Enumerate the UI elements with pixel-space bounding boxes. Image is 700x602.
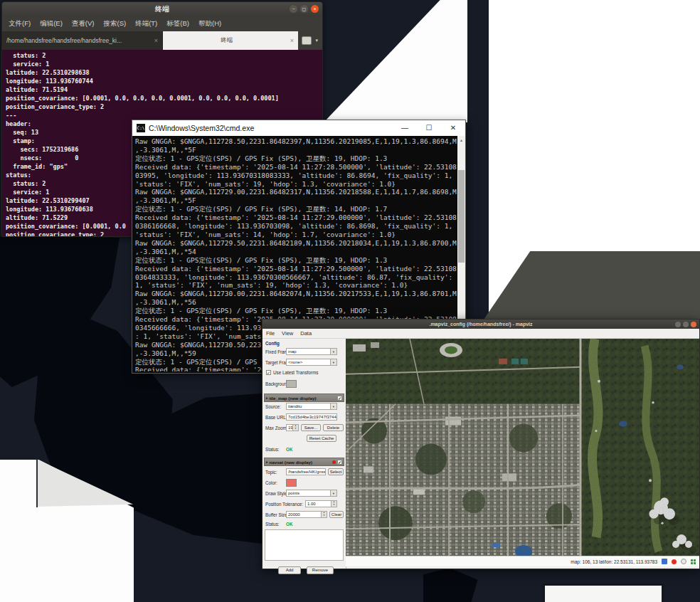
color-swatch[interactable] xyxy=(286,479,297,487)
terminal-menu-item[interactable]: 搜索(S) xyxy=(103,19,126,28)
checkbox-checked-icon[interactable]: ✓ xyxy=(266,370,271,375)
cmd-line: 0364833333, 'longitude': 113.93670300566… xyxy=(135,273,457,282)
terminal-tab-active[interactable]: 终端 × xyxy=(163,31,298,50)
fixed-frame-value: map xyxy=(287,349,330,354)
cmd-line: 定位状态: 1 - GPS定位(SPS) / GPS Fix (SPS), 卫星… xyxy=(135,256,457,265)
satellite-map-view[interactable] xyxy=(346,339,699,556)
topic-value: /handsfree/HK/gnss xyxy=(287,470,325,474)
save-button[interactable]: Save... xyxy=(301,424,321,431)
terminal-title: 终端 xyxy=(155,4,169,14)
cmd-line: 定位状态: 1 - GPS定位(SPS) / GPS Fix (SPS), 卫星… xyxy=(135,307,457,315)
cmd-title: C:\Windows\System32\cmd.exe xyxy=(149,124,393,132)
target-frame-select[interactable]: <none> ▾ xyxy=(286,359,337,366)
terminal-titlebar[interactable]: 终端 − ◻ × xyxy=(2,2,322,16)
chevron-down-icon[interactable]: ▾ xyxy=(315,38,318,43)
terminal-menu-item[interactable]: 标签(B) xyxy=(166,19,189,28)
select-button[interactable]: Select xyxy=(328,468,344,475)
background-color-swatch[interactable] xyxy=(286,380,297,388)
terminal-line: service: 1 xyxy=(6,60,322,68)
close-icon[interactable]: ✕ xyxy=(441,120,465,136)
position-tolerance-value: 1.00 xyxy=(306,502,331,506)
mapviz-menu-item[interactable]: Data xyxy=(300,330,312,337)
spin-down-icon[interactable]: ▾ xyxy=(295,428,297,431)
draw-style-label: Draw Style: xyxy=(265,491,288,496)
cmd-line: Raw GNGGA: $GNGGA,112730.00,2231.8648207… xyxy=(135,290,457,298)
terminal-menu-item[interactable]: 编辑(E) xyxy=(40,19,63,28)
checkbox-checked-icon[interactable]: ✓ xyxy=(337,396,342,401)
cmd-line: Raw GNGGA: $GNGGA,112729.50,2231.8648218… xyxy=(135,239,457,248)
chevron-down-icon[interactable]: ▾ xyxy=(330,349,336,354)
cmd-line: ,-3.3061,M,,*54 xyxy=(135,248,457,256)
terminal-tab-inactive[interactable]: /home/handsfree/handsfree/handsfree_ki..… xyxy=(2,31,163,50)
max-zoom-spinner[interactable]: 19 ▴▾ xyxy=(286,424,299,431)
navsat-section-header[interactable]: ▸ navsat (new display) ✓ xyxy=(264,458,344,466)
terminal-menu-item[interactable]: 查看(V) xyxy=(72,19,95,28)
expander-icon[interactable]: ▸ xyxy=(266,396,268,400)
expander-icon[interactable]: ▸ xyxy=(266,460,268,464)
new-terminal-icon[interactable] xyxy=(302,36,312,45)
base-url-input[interactable]: 7cd15d4be3c19747f3744cfd9cbaf xyxy=(286,413,337,421)
cmd-line: ,-3.3061,M,,*56 xyxy=(135,298,457,307)
clear-button[interactable]: Clear xyxy=(329,511,344,518)
screenshot-icon[interactable] xyxy=(662,559,667,564)
scrollbar-thumb[interactable] xyxy=(458,170,465,263)
tile-map-status-value: OK xyxy=(286,447,292,452)
chevron-down-icon[interactable]: ▾ xyxy=(330,359,336,365)
remove-button[interactable]: Remove xyxy=(307,566,334,574)
mapviz-menu-item[interactable]: View xyxy=(282,330,293,337)
buffer-size-spinner[interactable]: 20000 ▴▾ xyxy=(286,511,327,518)
spin-down-icon[interactable]: ▾ xyxy=(324,514,325,517)
position-tolerance-spinner[interactable]: 1.00 ▴▾ xyxy=(305,500,337,507)
tile-map-status-label: Status: xyxy=(265,447,280,452)
target-frame-value: <none> xyxy=(287,360,330,364)
draw-style-select[interactable]: points ▾ xyxy=(286,490,337,497)
tab-close-icon[interactable]: × xyxy=(290,37,294,44)
maximize-icon[interactable]: ☐ xyxy=(417,120,441,136)
draw-style-value: points xyxy=(287,491,330,495)
maximize-icon[interactable] xyxy=(683,322,689,327)
terminal-tabbar: /home/handsfree/handsfree/handsfree_ki..… xyxy=(2,31,322,50)
display-list[interactable] xyxy=(265,529,344,561)
mapviz-titlebar[interactable]: .mapviz_config (/home/handsfree/) - mapv… xyxy=(262,320,699,329)
terminal-menu-item[interactable]: 帮助(H) xyxy=(198,19,221,28)
checkbox-checked-icon[interactable]: ✓ xyxy=(337,460,342,465)
minimize-icon[interactable] xyxy=(675,322,681,327)
mapviz-window[interactable]: .mapviz_config (/home/handsfree/) - mapv… xyxy=(262,319,700,569)
reset-cache-button[interactable]: Reset Cache xyxy=(307,435,336,442)
terminal-menu-item[interactable]: 文件(F) xyxy=(9,19,31,28)
position-tolerance-label: Position Tolerance: xyxy=(265,502,303,507)
record-icon[interactable] xyxy=(672,559,677,564)
cmd-line: ,-3.3061,M,,*5F xyxy=(135,146,457,154)
terminal-menu-item[interactable]: 终端(T) xyxy=(135,19,157,28)
spin-down-icon[interactable]: ▾ xyxy=(334,504,335,507)
use-latest-transforms-label: Use Latest Transforms xyxy=(273,370,318,375)
close-icon[interactable]: × xyxy=(311,5,319,13)
tile-map-section-header[interactable]: ▸ tile_map (new display) ✓ xyxy=(264,394,344,402)
cmd-line: ,-3.3061,M,,*5F xyxy=(135,196,457,205)
topic-input[interactable]: /handsfree/HK/gnss xyxy=(286,468,326,475)
maximize-icon[interactable]: ◻ xyxy=(300,5,308,13)
add-button[interactable]: Add xyxy=(278,566,301,574)
chevron-down-icon[interactable]: ▾ xyxy=(330,403,336,409)
chevron-down-icon[interactable]: ▾ xyxy=(330,490,336,496)
fixed-frame-select[interactable]: map ▾ xyxy=(286,348,337,355)
delete-button[interactable]: Delete xyxy=(323,424,344,431)
minimize-icon[interactable]: − xyxy=(290,5,297,13)
cmd-line: Raw GNGGA: $GNGGA,112728.50,2231.8648239… xyxy=(135,137,457,146)
cmd-line: 1, 'status': 'FIX', 'num_sats': 19, 'hdo… xyxy=(135,281,457,290)
terminal-line: position_covariance_type: 2 xyxy=(6,102,322,111)
source-select[interactable]: tianditu ▾ xyxy=(286,403,337,410)
scroll-up-icon[interactable]: ▲ xyxy=(457,136,465,144)
minimize-icon[interactable]: — xyxy=(393,120,417,136)
close-icon[interactable] xyxy=(691,322,696,327)
map-coordinates-text: map: 106, 13 lat/lon: 22.53131, 113.9378… xyxy=(571,559,657,564)
mapviz-config-panel: Config Fixed Frame: map ▾ Target Frame: … xyxy=(262,339,346,569)
config-label: Config xyxy=(265,341,280,346)
tab-close-icon[interactable]: × xyxy=(154,37,158,44)
stop-icon[interactable] xyxy=(681,559,686,564)
base-url-value: 7cd15d4be3c19747f3744cfd9cbaf xyxy=(287,415,336,419)
use-latest-transforms-row[interactable]: ✓ Use Latest Transforms xyxy=(266,370,318,375)
mapviz-menu-item[interactable]: File xyxy=(266,330,275,337)
grid-icon[interactable] xyxy=(691,559,693,561)
cmd-titlebar[interactable]: C:\ C:\Windows\System32\cmd.exe — ☐ ✕ xyxy=(132,120,465,136)
